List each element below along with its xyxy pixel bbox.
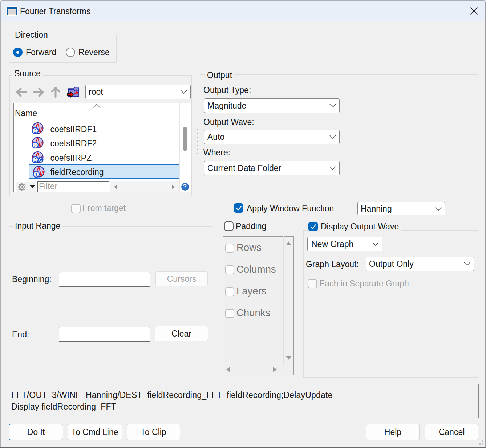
- svg-text:2: 2: [34, 157, 37, 163]
- svg-text:1: 1: [35, 172, 38, 177]
- svg-text:2: 2: [34, 128, 37, 134]
- svg-text:C: C: [39, 158, 42, 163]
- svg-text:2: 2: [34, 143, 37, 148]
